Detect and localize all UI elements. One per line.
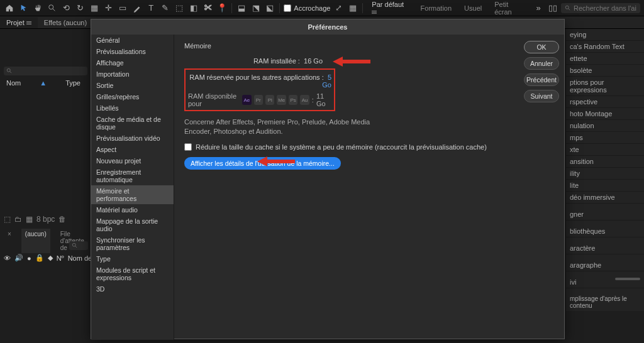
app-ae-icon: Ae [242,95,251,105]
orbit-tool-icon[interactable]: ⟲ [60,2,72,14]
solo-icon[interactable]: ● [27,254,31,262]
side-item[interactable]: nulation [566,120,644,132]
side-item[interactable]: aragraphe [566,259,644,271]
project-search[interactable] [4,67,87,75]
ram-installed-value: 16 Go [304,57,323,65]
help-search[interactable] [561,3,640,13]
cat-display[interactable]: Affichage [91,57,174,68]
project-footer: ⬚ 🗀 ▦ 8 bpc 🗑 [4,215,66,224]
cat-newproject[interactable]: Nouveau projet [91,155,174,166]
timeline-none[interactable]: (aucun) [21,229,50,253]
side-item[interactable]: xte [566,144,644,156]
roto-tool-icon[interactable]: ✀ [202,2,214,14]
interpret-icon[interactable]: ⬚ [4,215,11,224]
folder-icon[interactable]: 🗀 [14,215,22,224]
side-item[interactable]: ansition [566,156,644,168]
lock-icon[interactable]: 🔒 [35,254,44,262]
col-nom[interactable]: Nom [6,79,21,87]
cat-scripting[interactable]: Modules de script et expressions [91,264,174,283]
workspace-formation[interactable]: Formation [416,4,457,12]
cat-grids[interactable]: Grilles/repères [91,91,174,102]
reduce-cache-label: Réduire la taille du cache si le système… [196,143,487,151]
workspace-usuel[interactable]: Usuel [459,4,487,12]
previous-button[interactable]: Précédent [524,74,559,86]
side-item[interactable]: mps [566,132,644,144]
scroll-indicator[interactable] [615,278,640,280]
side-item[interactable]: ptions pour expressions [566,77,644,96]
side-item[interactable]: eying [566,29,644,41]
cat-audiomap[interactable]: Mappage de la sortie audio [91,215,174,234]
hand-tool-icon[interactable] [32,2,44,14]
tab-effets[interactable]: Effets (aucun) [38,17,93,28]
tab-projet[interactable]: Projet [0,17,38,28]
new-comp-icon[interactable]: ▦ [26,215,33,224]
ok-button[interactable]: OK [524,41,559,53]
cat-general[interactable]: Général [91,35,174,46]
workspace-default[interactable]: Par défaut [367,1,413,16]
view-axis-icon[interactable]: ⬕ [264,2,276,14]
eraser-tool-icon[interactable]: ◧ [188,2,200,14]
cross-icon[interactable]: × [4,229,15,253]
snapping-checkbox[interactable]: Accrochage [284,4,330,12]
next-button[interactable]: Suivant [524,90,559,102]
project-panel: Nom ▲ Type [0,29,91,343]
zoom-tool-icon[interactable] [47,2,58,14]
audio-icon[interactable]: 🔊 [14,254,23,262]
app-au-icon: Au [300,95,309,105]
side-item[interactable]: aractère [566,242,644,254]
puppet-tool-icon[interactable]: 📍 [216,2,228,14]
cat-labels[interactable]: Libellés [91,102,174,114]
pen-tool-icon[interactable] [131,2,143,14]
side-item[interactable]: hoto Montage [566,108,644,120]
reduce-cache-checkbox[interactable]: Réduire la taille du cache si le système… [184,143,509,151]
col-type[interactable]: Type [65,79,80,87]
side-item[interactable]: mplissage d'après le contenu [566,293,644,311]
cat-sync[interactable]: Synchroniser les paramètres [91,234,174,253]
svg-point-1 [565,6,569,9]
world-axis-icon[interactable]: ⬔ [250,2,262,14]
cat-previews[interactable]: Prévisualisations [91,46,174,57]
text-tool-icon[interactable]: T [145,2,157,14]
workspace-menu-icon[interactable]: ▯▯ [547,2,558,14]
rotation-tool-icon[interactable]: ↻ [75,2,87,14]
help-search-input[interactable] [574,4,636,12]
side-item[interactable]: rspective [566,96,644,108]
ram-reserved-value[interactable]: 5 Go [322,74,331,89]
pan-behind-tool-icon[interactable]: ✛ [103,2,115,14]
cat-type[interactable]: Type [91,253,174,264]
label-icon[interactable]: ◆ [48,254,53,262]
workspace-petit[interactable]: Petit écran [489,1,530,16]
cat-output[interactable]: Sortie [91,80,174,91]
trash-icon[interactable]: 🗑 [58,215,66,224]
brush-tool-icon[interactable]: ✎ [160,2,172,14]
snap-grid-icon[interactable]: ▦ [347,2,359,14]
side-item[interactable]: lite [566,180,644,192]
side-item[interactable]: bsolète [566,65,644,77]
home-icon[interactable] [4,2,16,14]
cat-mediacache[interactable]: Cache de média et de disque [91,114,174,133]
side-item[interactable]: ility [566,168,644,180]
cat-3d[interactable]: 3D [91,283,174,295]
chevron-right-icon[interactable]: » [533,2,545,14]
camera-tool-icon[interactable]: ▦ [89,2,101,14]
shape-tool-icon[interactable]: ▭ [117,2,129,14]
cat-autosave[interactable]: Enregistrement automatique [91,166,174,185]
bpc-toggle[interactable]: 8 bpc [36,215,55,224]
cat-videopreview[interactable]: Prévisualisation vidéo [91,133,174,144]
cat-audiohw[interactable]: Matériel audio [91,204,174,215]
eye-icon[interactable]: 👁 [4,254,11,262]
snap-opts-icon[interactable]: ⤢ [333,2,345,14]
cat-import[interactable]: Importation [91,68,174,80]
side-item[interactable]: bliothèques [566,226,644,237]
cancel-button[interactable]: Annuler [524,57,559,70]
cat-appearance[interactable]: Aspect [91,144,174,155]
local-axis-icon[interactable]: ⬓ [236,2,248,14]
cat-memory[interactable]: Mémoire et performances [91,185,174,204]
side-item[interactable]: gner [566,209,644,220]
selection-tool-icon[interactable] [18,2,30,14]
clone-tool-icon[interactable]: ⬚ [174,2,186,14]
side-item[interactable]: déo immersive [566,192,644,204]
timeline-search[interactable] [69,241,88,250]
side-item[interactable]: ca's Random Text [566,41,644,53]
side-item[interactable]: ettete [566,53,644,65]
